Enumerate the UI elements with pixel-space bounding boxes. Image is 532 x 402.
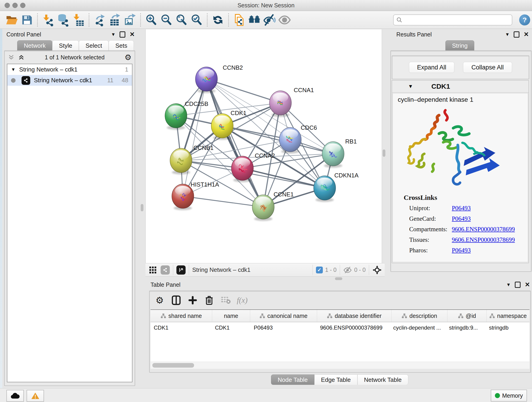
table-horizontal-scrollbar[interactable]	[151, 362, 530, 369]
tab-edge-table[interactable]: Edge Table	[314, 375, 357, 385]
tab-sets[interactable]: Sets	[109, 40, 134, 51]
node-RB1[interactable]: RB1	[322, 138, 357, 168]
column-header-id[interactable]: @id	[447, 310, 487, 322]
crosslink-pharos-link[interactable]: P06493	[452, 247, 471, 254]
search-field[interactable]	[393, 14, 512, 26]
node-CDC6[interactable]: CDC6	[279, 124, 317, 153]
warnings-button[interactable]	[27, 390, 44, 402]
column-type-icon	[489, 313, 495, 319]
help-button[interactable]: ?	[519, 14, 530, 26]
gene-card-expander-icon[interactable]: ▼	[408, 83, 413, 89]
crosslink-compartments-link[interactable]: 9606.ENSP00000378699	[452, 226, 515, 233]
network-canvas[interactable]: CCNB2CCNA1CDC25BCDK1CDC6RB1CCNB1CCNA2CDK…	[146, 29, 382, 263]
column-header-namespace[interactable]: namespace	[487, 310, 530, 322]
table-options-gear-icon[interactable]: ⚙	[152, 293, 167, 307]
expand-all-button[interactable]: Expand All	[409, 62, 454, 73]
import-network-database-button[interactable]	[56, 13, 71, 27]
zoom-out-button[interactable]	[159, 13, 174, 27]
network-collection-row[interactable]: ▼ String Network – cdk1 1	[7, 64, 132, 75]
first-neighbors-button[interactable]	[247, 13, 262, 27]
tab-select[interactable]: Select	[79, 40, 109, 51]
node-CDC25B[interactable]: CDC25B	[165, 100, 208, 130]
expand-all-networks-icon[interactable]	[18, 54, 25, 61]
import-table-file-button[interactable]	[71, 13, 86, 27]
right-splitter-handle[interactable]	[383, 149, 385, 157]
column-header-name[interactable]: name	[212, 310, 250, 322]
function-builder-icon[interactable]: f(x)	[235, 293, 249, 307]
hidden-items-eye-slash-icon[interactable]	[343, 267, 352, 274]
export-table-button[interactable]	[107, 13, 122, 27]
hidden-counts: 0 - 0	[354, 267, 366, 273]
node-CDKN1A[interactable]: CDKN1A	[314, 172, 359, 202]
open-folder-icon	[6, 14, 18, 26]
node-label-CCNB1: CCNB1	[193, 144, 214, 151]
memory-button[interactable]: Memory	[491, 390, 527, 402]
node-CCNA1[interactable]: CCNA1	[269, 87, 314, 117]
column-header-database-identifier[interactable]: database identifier	[317, 310, 391, 322]
detach-view-icon[interactable]	[177, 265, 186, 274]
tab-node-table[interactable]: Node Table	[271, 375, 314, 385]
node-CDK1[interactable]: CDK1	[211, 109, 247, 140]
delete-column-trash-icon[interactable]	[202, 293, 216, 307]
desktop-edge	[0, 29, 2, 402]
node-HIST1H1A[interactable]: HIST1H1A	[172, 181, 219, 210]
apply-layout-button[interactable]	[210, 13, 225, 27]
tab-style[interactable]: Style	[52, 40, 79, 51]
results-panel-close-icon[interactable]: ✕	[524, 31, 529, 38]
column-header-shared-name[interactable]: shared name	[151, 310, 212, 322]
tab-network[interactable]: Network	[17, 40, 52, 51]
bottom-splitter-handle[interactable]	[335, 277, 342, 280]
warning-icon	[31, 392, 39, 400]
export-image-button[interactable]	[122, 13, 138, 27]
open-session-button[interactable]	[4, 13, 19, 27]
column-header-canonical-name[interactable]: canonical name	[250, 310, 317, 322]
results-panel-collapse-icon[interactable]: ▼	[505, 32, 510, 37]
gene-description: cyclin–dependent kinase 1	[398, 96, 473, 103]
left-splitter-handle[interactable]	[141, 204, 143, 211]
cloud-status-button[interactable]	[6, 390, 24, 402]
scrollbar-thumb[interactable]	[152, 363, 194, 368]
table-panel-collapse-icon[interactable]: ▼	[506, 282, 511, 287]
import-network-file-button[interactable]	[41, 13, 56, 27]
tab-network-table[interactable]: Network Table	[357, 375, 408, 385]
collection-expander-icon[interactable]: ▼	[11, 67, 16, 72]
zoom-in-button[interactable]	[144, 13, 159, 27]
table-panel-float-icon[interactable]	[515, 282, 520, 288]
show-columns-icon[interactable]	[169, 293, 184, 307]
hide-selected-button[interactable]	[262, 13, 277, 27]
crosslink-label: Uniprot:	[409, 205, 430, 212]
crosslink-genecard-link[interactable]: P06493	[452, 215, 471, 222]
search-input[interactable]	[402, 17, 502, 23]
show-all-button[interactable]	[277, 13, 292, 27]
table-row[interactable]: CDK1 CDK1 P06493 9606.ENSP00000378699 cy…	[151, 322, 530, 333]
zoom-selected-button[interactable]	[189, 13, 204, 27]
network-selection-status: 1 of 1 Network selected	[25, 54, 125, 61]
zoom-fit-button[interactable]	[174, 13, 189, 27]
grid-view-icon[interactable]	[149, 266, 157, 274]
network-row[interactable]: String Network – cdk1 11 48	[7, 75, 132, 86]
node-label-CDC6: CDC6	[301, 124, 317, 131]
collapse-all-button[interactable]: Collapse All	[463, 62, 512, 73]
crosslink-uniprot-link[interactable]: P06493	[452, 205, 471, 212]
delete-table-icon[interactable]	[218, 293, 233, 307]
control-panel-float-icon[interactable]	[120, 32, 125, 38]
clone-network-button[interactable]	[232, 13, 247, 27]
create-column-icon[interactable]	[185, 293, 200, 307]
birdseye-toggle-icon[interactable]	[161, 265, 170, 274]
crosslink-tissues-link[interactable]: 9606.ENSP00000378699	[452, 236, 515, 243]
control-panel-close-icon[interactable]: ✕	[129, 31, 135, 38]
crosslink-label: Pharos:	[409, 247, 428, 254]
network-options-gear-icon[interactable]: ⚙	[125, 53, 132, 62]
node-label-RB1: RB1	[345, 138, 357, 145]
protein-structure-image[interactable]	[405, 106, 501, 198]
control-panel-collapse-icon[interactable]: ▼	[111, 32, 116, 37]
selected-items-checkbox[interactable]: ✓	[316, 267, 323, 274]
pan-crosshair-icon[interactable]	[372, 265, 382, 275]
save-session-button[interactable]	[19, 13, 34, 27]
table-panel-close-icon[interactable]: ✕	[525, 281, 530, 288]
tab-string[interactable]: String	[445, 40, 474, 51]
collapse-all-networks-icon[interactable]	[8, 54, 15, 61]
export-network-button[interactable]	[92, 13, 107, 27]
column-header-description[interactable]: description	[392, 310, 447, 322]
results-panel-float-icon[interactable]	[514, 32, 519, 38]
